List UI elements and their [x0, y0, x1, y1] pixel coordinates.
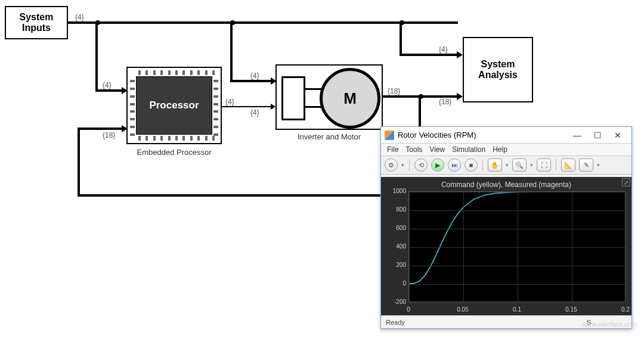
menu-file[interactable]: File	[387, 145, 398, 154]
signal-label: {4}	[75, 13, 84, 21]
step-icon[interactable]: ⏭	[448, 158, 461, 172]
bus-line	[78, 128, 80, 197]
arrow-icon	[122, 125, 128, 132]
menu-help[interactable]: Help	[493, 145, 507, 154]
plot-title: Command (yellow), Measured (magenta)	[383, 179, 629, 191]
motor-letter: M	[343, 89, 357, 108]
signal-label: {4}	[250, 108, 259, 117]
motor-icon: M	[320, 68, 380, 129]
x-tick: 0	[407, 306, 410, 313]
block-embedded-processor[interactable]: Processor	[126, 67, 222, 144]
block-caption: Embedded Processor	[126, 148, 222, 157]
bus-line	[230, 21, 233, 81]
play-icon[interactable]: ▶	[431, 158, 444, 172]
block-inverter-motor[interactable]: M	[275, 64, 383, 130]
zoom-icon[interactable]: ✋	[488, 158, 502, 172]
watermark-text: www.elecfans.com	[583, 321, 637, 328]
inverter-icon	[281, 76, 305, 120]
maximize-button[interactable]: ☐	[587, 129, 608, 142]
menu-bar: File Tools View Simulation Help	[381, 144, 631, 156]
y-tick: 400	[383, 243, 406, 250]
block-system-analysis[interactable]: System Analysis	[463, 37, 533, 102]
close-button[interactable]: ✕	[608, 129, 628, 142]
fit-icon[interactable]: ⛶	[537, 158, 551, 172]
block-system-inputs[interactable]: System Inputs	[5, 6, 68, 39]
scope-titlebar[interactable]: Rotor Velocities (RPM) — ☐ ✕	[381, 127, 631, 144]
arrow-icon	[457, 51, 463, 58]
zoom2-icon[interactable]: 🔍	[512, 158, 527, 172]
bus-line	[78, 194, 421, 197]
y-tick: 0	[383, 280, 406, 287]
bus-line	[400, 21, 402, 55]
x-tick: 0.05	[457, 306, 468, 313]
highlight-icon[interactable]: ✎	[579, 158, 593, 172]
chip-body: Processor	[136, 76, 212, 135]
app-icon	[385, 130, 394, 140]
signal-label: {18}	[103, 131, 115, 139]
signal-label: {4}	[103, 81, 112, 89]
y-tick: 600	[383, 225, 406, 231]
block-label: System Analysis	[469, 59, 527, 80]
toolbar: ⚙▾ ⟲ ▶ ⏭ ■ ✋▾ 🔍▾ ⛶ 📐 ✎▾	[381, 156, 631, 175]
bus-line	[95, 21, 98, 91]
block-label: System Inputs	[6, 12, 67, 33]
x-tick: 0.2	[621, 306, 630, 313]
stop-icon[interactable]: ■	[465, 158, 478, 172]
status-text: Ready	[386, 319, 405, 326]
arrow-icon	[271, 104, 275, 110]
y-tick: 1000	[383, 188, 406, 194]
y-tick: 800	[383, 206, 406, 213]
bus-line	[230, 80, 272, 82]
y-tick: 200	[383, 262, 406, 268]
menu-simulation[interactable]: Simulation	[452, 145, 485, 154]
signal-label: {4}	[250, 71, 259, 80]
signal-label: {4}	[439, 45, 448, 54]
gear-icon[interactable]: ⚙	[385, 158, 398, 172]
restart-icon[interactable]: ⟲	[414, 158, 428, 172]
plot-area: Command (yellow), Measured (magenta) ⤢ -…	[381, 177, 631, 315]
bus-line	[400, 54, 458, 56]
bus-line	[95, 89, 123, 92]
minimize-button[interactable]: —	[567, 129, 587, 142]
x-tick: 0.1	[513, 306, 521, 313]
axes[interactable]	[408, 191, 626, 302]
window-title: Rotor Velocities (RPM)	[398, 130, 476, 139]
bus-line	[78, 128, 123, 130]
y-tick: -200	[383, 299, 406, 305]
signal-label: {18}	[388, 87, 400, 95]
signal-label: {18}	[439, 98, 451, 106]
block-caption: Inverter and Motor	[275, 132, 383, 141]
menu-view[interactable]: View	[429, 145, 445, 154]
expand-icon[interactable]: ⤢	[622, 178, 630, 186]
signal-line	[222, 106, 272, 107]
scope-window[interactable]: Rotor Velocities (RPM) — ☐ ✕ File Tools …	[380, 126, 632, 329]
x-tick: 0.15	[565, 306, 577, 313]
signal-label: {4}	[225, 98, 234, 106]
arrow-icon	[457, 93, 463, 100]
measure-icon[interactable]: 📐	[561, 158, 575, 172]
menu-tools[interactable]: Tools	[405, 145, 422, 154]
block-label: Processor	[149, 100, 199, 111]
